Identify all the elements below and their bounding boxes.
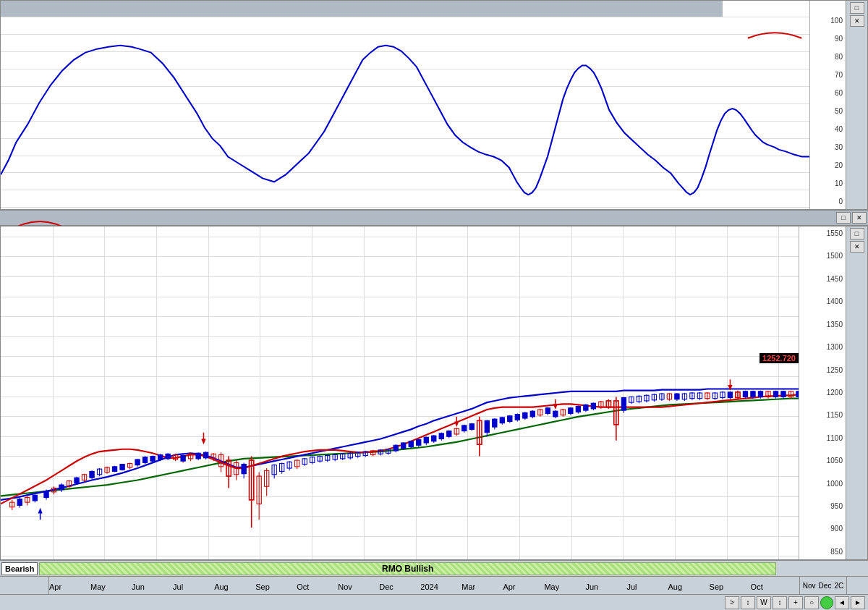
x-label-oct: Oct bbox=[297, 583, 309, 591]
x-label-jun2: Jun bbox=[585, 583, 598, 591]
bottom-chart-row: 1252.720 1550 1500 1450 1400 1350 1300 1… bbox=[1, 226, 867, 559]
x-label-oct2: Oct bbox=[751, 583, 763, 591]
svg-rect-161 bbox=[591, 403, 595, 409]
x-label-nov: Nov bbox=[338, 583, 352, 591]
svg-rect-39 bbox=[150, 457, 155, 462]
top-panel-header bbox=[1, 1, 723, 17]
circle-button[interactable]: ○ bbox=[804, 596, 819, 609]
svg-marker-149 bbox=[553, 404, 558, 410]
svg-rect-31 bbox=[120, 465, 124, 470]
svg-rect-199 bbox=[728, 392, 732, 398]
x-label-may: May bbox=[90, 583, 106, 591]
svg-rect-141 bbox=[523, 412, 527, 418]
svg-rect-23 bbox=[90, 471, 94, 478]
top-oscillator-panel: 100 90 80 70 60 50 40 30 20 10 0 □ ✕ bbox=[0, 0, 868, 210]
x-label-jul2: Jul bbox=[626, 583, 637, 591]
top-chart-area bbox=[1, 17, 809, 209]
scale-1150: 1150 bbox=[801, 411, 843, 420]
oscillator-line-svg bbox=[1, 17, 809, 209]
scale-label-30: 30 bbox=[812, 143, 843, 152]
prev-button[interactable]: ◄ bbox=[835, 596, 849, 609]
svg-rect-125 bbox=[462, 425, 467, 431]
bottom-panel-header: □ ✕ bbox=[0, 210, 868, 226]
x-axis-labels: Apr May Jun Jul Aug Sep Oct Nov Dec 2024… bbox=[49, 577, 799, 594]
svg-rect-117 bbox=[439, 433, 443, 439]
scale-label-40: 40 bbox=[812, 125, 843, 134]
scale-label-10: 10 bbox=[812, 179, 843, 188]
scroll-right-button[interactable]: > bbox=[725, 596, 739, 609]
svg-rect-65 bbox=[242, 465, 246, 474]
svg-marker-9 bbox=[38, 508, 42, 514]
svg-rect-47 bbox=[181, 456, 185, 462]
plus-button[interactable]: + bbox=[788, 596, 803, 609]
svg-rect-35 bbox=[135, 459, 140, 465]
scale-label-60: 60 bbox=[812, 89, 843, 98]
bottom-scale-right: 1550 1500 1450 1400 1350 1300 1250 1200 … bbox=[799, 226, 846, 559]
svg-rect-139 bbox=[515, 415, 519, 420]
svg-rect-183 bbox=[675, 394, 679, 399]
svg-rect-7 bbox=[33, 495, 37, 501]
bottom-minimize-button[interactable]: □ bbox=[836, 212, 851, 224]
scale-1050: 1050 bbox=[801, 457, 843, 465]
x-label-sep2: Sep bbox=[710, 583, 724, 591]
scale-1300: 1300 bbox=[801, 343, 843, 352]
top-close-button[interactable]: ✕ bbox=[850, 15, 864, 27]
svg-rect-3 bbox=[17, 499, 22, 506]
bottom-price-panel: 1252.720 1550 1500 1450 1400 1350 1300 1… bbox=[0, 226, 868, 560]
scale-1550: 1550 bbox=[801, 229, 843, 238]
top-minimize-button[interactable]: □ bbox=[850, 2, 864, 14]
svg-rect-159 bbox=[584, 404, 588, 410]
svg-rect-213 bbox=[781, 391, 786, 397]
x-label-jun: Jun bbox=[132, 583, 145, 591]
x-label-dec: Dec bbox=[379, 583, 393, 591]
svg-rect-107 bbox=[401, 443, 406, 449]
scale-900: 900 bbox=[801, 525, 843, 533]
x-label-apr2: Apr bbox=[503, 583, 515, 591]
svg-rect-137 bbox=[508, 416, 512, 422]
svg-rect-205 bbox=[751, 391, 755, 397]
svg-rect-135 bbox=[500, 418, 504, 423]
bottom-panel-controls: □ ✕ bbox=[846, 226, 867, 559]
scale-1200: 1200 bbox=[801, 389, 843, 397]
svg-rect-43 bbox=[166, 454, 170, 459]
scale-1400: 1400 bbox=[801, 297, 843, 306]
main-container: 100 90 80 70 60 50 40 30 20 10 0 □ ✕ □ ✕ bbox=[0, 0, 868, 610]
svg-rect-119 bbox=[447, 431, 451, 437]
x-label-2024: 2024 bbox=[420, 583, 438, 591]
scale-label-80: 80 bbox=[812, 53, 843, 62]
scale-850: 850 bbox=[801, 548, 843, 556]
refresh-button[interactable]: ↕ bbox=[741, 596, 755, 609]
bottom-close-button[interactable]: ✕ bbox=[852, 212, 867, 224]
x-label-sep: Sep bbox=[255, 583, 270, 591]
svg-rect-211 bbox=[773, 391, 778, 397]
svg-rect-131 bbox=[485, 420, 489, 432]
x-label-aug: Aug bbox=[214, 583, 229, 591]
v-button[interactable]: ↕ bbox=[773, 596, 787, 609]
scale-1000: 1000 bbox=[801, 480, 843, 488]
price-chart-svg bbox=[1, 226, 799, 559]
scale-label-0: 0 bbox=[812, 198, 843, 206]
svg-rect-37 bbox=[142, 457, 147, 463]
svg-rect-147 bbox=[545, 408, 550, 414]
w-button[interactable]: W bbox=[757, 596, 771, 609]
scale-label-90: 90 bbox=[812, 35, 843, 43]
scale-1450: 1450 bbox=[801, 275, 843, 284]
svg-rect-207 bbox=[758, 391, 762, 397]
x-label-apr: Apr bbox=[49, 583, 61, 591]
top-panel-controls: □ ✕ bbox=[846, 1, 867, 209]
svg-rect-115 bbox=[432, 436, 436, 441]
bottom-price-minimize-button[interactable]: □ bbox=[850, 228, 864, 240]
x-label-jul: Jul bbox=[173, 583, 183, 591]
svg-rect-109 bbox=[409, 441, 413, 447]
svg-rect-53 bbox=[196, 453, 200, 459]
scale-label-20: 20 bbox=[812, 161, 843, 170]
svg-rect-55 bbox=[203, 452, 208, 458]
bottom-price-close-button[interactable]: ✕ bbox=[850, 241, 864, 253]
top-scale-right: 100 90 80 70 60 50 40 30 20 10 0 bbox=[809, 1, 846, 209]
scale-1500: 1500 bbox=[801, 252, 843, 260]
svg-rect-169 bbox=[621, 398, 626, 411]
next-button[interactable]: ► bbox=[851, 596, 865, 609]
scale-label-100: 100 bbox=[812, 17, 843, 25]
svg-marker-121 bbox=[454, 421, 459, 427]
x-axis-right-scale: Nov Dec 2C bbox=[799, 577, 846, 594]
